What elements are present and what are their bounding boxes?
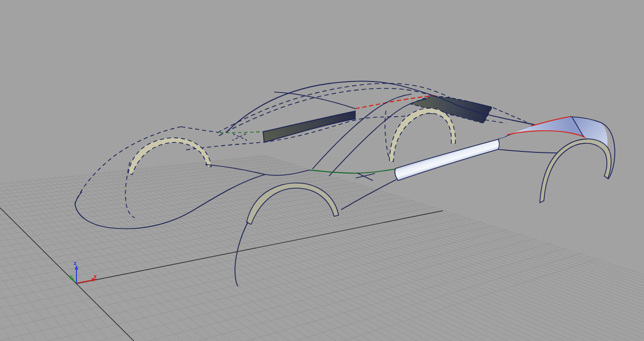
world-y-axis-line [0, 208, 134, 341]
grid-line [0, 4, 614, 341]
world-axis-lines [0, 208, 443, 341]
rocker-line-rear[interactable] [498, 149, 557, 153]
glass-band-surface[interactable] [263, 111, 355, 142]
3d-viewport[interactable]: z y x [0, 0, 644, 341]
rear-arch-band[interactable] [540, 139, 611, 203]
axis-label-z: z [73, 260, 77, 267]
rocker-tube-surface[interactable] [395, 139, 499, 181]
far-profile-dashed-right[interactable] [181, 127, 217, 132]
construction-x-solid-a[interactable] [356, 174, 375, 178]
green-sill-curve[interactable] [309, 169, 395, 173]
viewport-canvas[interactable]: z y x [0, 0, 644, 341]
windshield-header[interactable] [274, 92, 355, 109]
nose-tip[interactable] [75, 192, 82, 204]
axis-arrow-x [76, 280, 93, 283]
